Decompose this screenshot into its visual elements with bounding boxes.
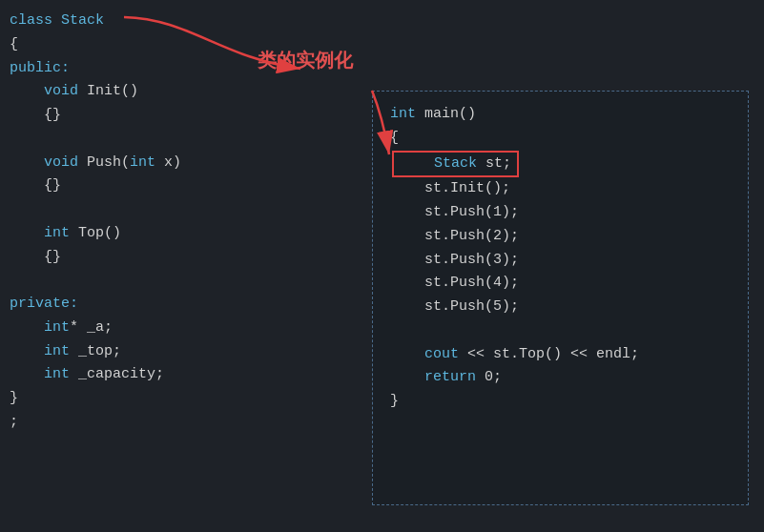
code-line: { bbox=[390, 127, 639, 151]
highlighted-line: Stack st; bbox=[390, 151, 639, 178]
code-line: return 0; bbox=[390, 366, 639, 390]
code-line: st.Push(2); bbox=[390, 225, 639, 249]
code-line bbox=[10, 128, 258, 152]
code-line: st.Push(4); bbox=[390, 272, 639, 296]
code-line: { bbox=[10, 33, 258, 57]
code-line bbox=[10, 198, 258, 222]
code-line: st.Init(); bbox=[390, 177, 639, 201]
code-line: class Stack bbox=[10, 10, 258, 33]
code-line: void Push(int x) bbox=[10, 152, 258, 175]
code-line: int Top() bbox=[10, 222, 258, 246]
code-line: cout << st.Top() << endl; bbox=[390, 343, 639, 367]
code-line: } bbox=[10, 387, 258, 411]
code-line: private: bbox=[10, 293, 258, 317]
code-line: Stack st; bbox=[392, 151, 519, 178]
code-line: } bbox=[390, 390, 639, 414]
right-code-panel: int main(){ Stack st; st.Init(); st.Push… bbox=[372, 91, 749, 505]
code-line: int main() bbox=[390, 103, 639, 127]
code-line: int* _a; bbox=[10, 317, 258, 340]
code-line: {} bbox=[10, 246, 258, 270]
code-line: public: bbox=[10, 57, 258, 81]
code-line: st.Push(3); bbox=[390, 249, 639, 273]
left-code-panel: class Stack{public: void Init() {} void … bbox=[0, 0, 267, 532]
code-line: {} bbox=[10, 104, 258, 128]
code-line: st.Push(1); bbox=[390, 201, 639, 225]
annotation-label: 类的实例化 bbox=[258, 48, 353, 73]
right-code: int main(){ Stack st; st.Init(); st.Push… bbox=[390, 103, 639, 414]
code-line: {} bbox=[10, 174, 258, 198]
code-line: int _capacity; bbox=[10, 363, 258, 387]
code-line: ; bbox=[10, 411, 258, 435]
left-code: class Stack{public: void Init() {} void … bbox=[10, 10, 258, 435]
code-line: st.Push(5); bbox=[390, 296, 639, 319]
code-line: int _top; bbox=[10, 340, 258, 364]
code-line bbox=[390, 319, 639, 343]
code-line: void Init() bbox=[10, 80, 258, 104]
code-line bbox=[10, 269, 258, 293]
